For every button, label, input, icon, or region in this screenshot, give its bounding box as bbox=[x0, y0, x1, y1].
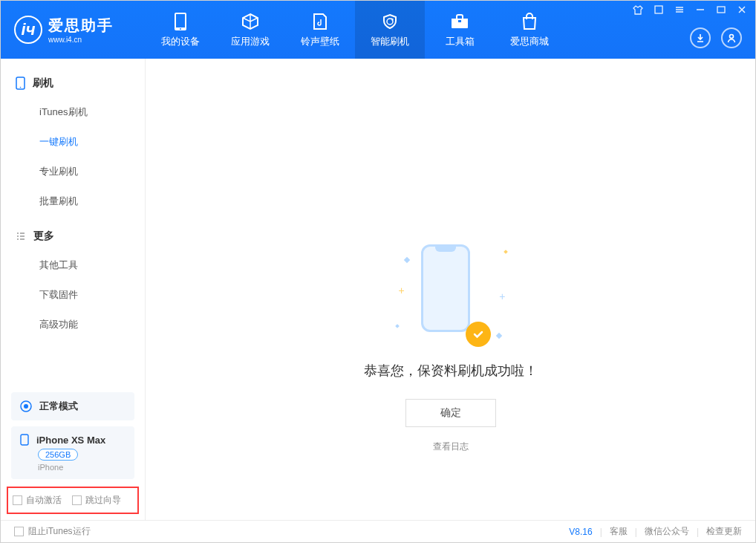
close-icon[interactable] bbox=[736, 4, 748, 16]
check-skip-wizard[interactable]: 跳过向导 bbox=[72, 494, 121, 507]
app-url: www.i4.cn bbox=[48, 36, 114, 44]
tab-ringtone[interactable]: 铃声壁纸 bbox=[285, 1, 355, 59]
app-header: iч 爱思助手 www.i4.cn 我的设备 应用游戏 铃声壁纸 bbox=[1, 1, 755, 59]
tab-apps[interactable]: 应用游戏 bbox=[215, 1, 285, 59]
sidebar-item-itunes[interactable]: iTunes刷机 bbox=[1, 97, 145, 127]
cube-icon bbox=[241, 12, 260, 31]
window-controls bbox=[632, 4, 748, 16]
sidebar-group-flash: 刷机 iTunes刷机 一键刷机 专业刷机 批量刷机 bbox=[1, 69, 145, 216]
block-itunes-label[interactable]: 阻止iTunes运行 bbox=[28, 525, 91, 538]
sparkle-icon bbox=[495, 333, 501, 339]
sparkle-icon bbox=[395, 324, 400, 328]
phone-body-icon bbox=[421, 244, 470, 332]
nav-tabs: 我的设备 应用游戏 铃声壁纸 智能刷机 工具箱 bbox=[146, 1, 564, 59]
phone-icon bbox=[171, 12, 190, 31]
tab-label: 应用游戏 bbox=[231, 35, 270, 48]
download-icon[interactable] bbox=[690, 27, 711, 48]
svg-rect-1 bbox=[176, 14, 185, 27]
sidebar: 刷机 iTunes刷机 一键刷机 专业刷机 批量刷机 更多 其他工具 下载固件 … bbox=[1, 59, 146, 520]
checkbox-icon[interactable] bbox=[14, 527, 24, 536]
separator: | bbox=[600, 527, 602, 537]
shopping-bag-icon bbox=[520, 12, 539, 31]
svg-rect-7 bbox=[717, 7, 725, 13]
view-log-link[interactable]: 查看日志 bbox=[433, 440, 469, 453]
sidebar-item-batch[interactable]: 批量刷机 bbox=[1, 186, 145, 216]
checkbox-icon bbox=[72, 495, 82, 505]
app-logo-icon: iч bbox=[14, 16, 42, 44]
svg-rect-5 bbox=[458, 20, 461, 22]
footer-left: 阻止iTunes运行 bbox=[14, 525, 91, 538]
tab-label: 智能刷机 bbox=[371, 35, 409, 48]
support-link[interactable]: 客服 bbox=[610, 525, 628, 538]
bottom-checkbox-area: 自动激活 跳过向导 bbox=[7, 487, 139, 514]
body-area: 刷机 iTunes刷机 一键刷机 专业刷机 批量刷机 更多 其他工具 下载固件 … bbox=[1, 59, 755, 520]
wechat-link[interactable]: 微信公众号 bbox=[645, 525, 689, 538]
phone-outline-icon bbox=[16, 77, 25, 90]
logo-area: iч 爱思助手 www.i4.cn bbox=[1, 1, 146, 59]
device-name: iPhone XS Max bbox=[36, 435, 105, 446]
sidebar-item-firmware[interactable]: 下载固件 bbox=[1, 280, 145, 310]
checkbox-icon bbox=[13, 495, 22, 505]
music-file-icon bbox=[310, 12, 330, 31]
tab-label: 爱思商城 bbox=[510, 35, 549, 48]
separator: | bbox=[635, 527, 637, 537]
maximize-icon[interactable] bbox=[715, 4, 727, 16]
tab-toolbox[interactable]: 工具箱 bbox=[425, 1, 495, 59]
sidebar-scroll: 刷机 iTunes刷机 一键刷机 专业刷机 批量刷机 更多 其他工具 下载固件 … bbox=[1, 59, 145, 392]
minimize-icon[interactable] bbox=[694, 4, 706, 16]
version-label: V8.16 bbox=[569, 527, 592, 537]
footer: 阻止iTunes运行 V8.16 | 客服 | 微信公众号 | 检查更新 bbox=[1, 520, 755, 542]
tab-smart-flash[interactable]: 智能刷机 bbox=[355, 1, 425, 59]
group-label: 更多 bbox=[33, 230, 54, 243]
sparkle-icon bbox=[504, 250, 508, 254]
app-name: 爱思助手 bbox=[48, 16, 114, 36]
tab-label: 我的设备 bbox=[161, 35, 200, 48]
update-link[interactable]: 检查更新 bbox=[706, 525, 742, 538]
sidebar-group-more: 更多 其他工具 下载固件 高级功能 bbox=[1, 222, 145, 339]
sidebar-group-header-flash[interactable]: 刷机 bbox=[1, 69, 145, 97]
list-icon bbox=[16, 231, 26, 241]
plus-icon: + bbox=[499, 290, 505, 302]
menu-icon[interactable] bbox=[674, 4, 685, 16]
refresh-shield-icon bbox=[380, 12, 400, 31]
sidebar-item-other[interactable]: 其他工具 bbox=[1, 250, 145, 280]
success-title: 恭喜您，保资料刷机成功啦！ bbox=[364, 362, 538, 380]
svg-point-8 bbox=[730, 35, 734, 39]
footer-right: V8.16 | 客服 | 微信公众号 | 检查更新 bbox=[569, 525, 742, 538]
success-area: + + 恭喜您，保资料刷机成功啦！ 确定 查看日志 bbox=[364, 244, 538, 453]
check-auto-activate[interactable]: 自动激活 bbox=[13, 494, 62, 507]
group-label: 刷机 bbox=[33, 77, 53, 90]
sidebar-group-header-more[interactable]: 更多 bbox=[1, 222, 145, 250]
mode-label: 正常模式 bbox=[39, 400, 78, 413]
checkbox-label: 跳过向导 bbox=[85, 494, 121, 507]
svg-rect-13 bbox=[21, 435, 28, 445]
header-right-icons bbox=[690, 27, 742, 48]
checkbox-label: 自动激活 bbox=[26, 494, 62, 507]
tab-label: 铃声壁纸 bbox=[301, 35, 339, 48]
device-info-box[interactable]: iPhone XS Max 256GB iPhone bbox=[11, 426, 134, 479]
sidebar-item-pro[interactable]: 专业刷机 bbox=[1, 157, 145, 186]
logo-text: 爱思助手 www.i4.cn bbox=[48, 16, 114, 44]
window-icon[interactable] bbox=[653, 4, 665, 16]
sidebar-item-oneclick[interactable]: 一键刷机 bbox=[1, 127, 145, 157]
tab-store[interactable]: 爱思商城 bbox=[495, 1, 564, 59]
phone-notch bbox=[435, 244, 456, 252]
separator: | bbox=[697, 527, 699, 537]
success-check-icon bbox=[466, 322, 491, 347]
svg-point-2 bbox=[180, 28, 181, 30]
confirm-button[interactable]: 确定 bbox=[405, 399, 496, 427]
device-mode-box[interactable]: 正常模式 bbox=[11, 392, 134, 420]
user-icon[interactable] bbox=[721, 27, 742, 48]
storage-badge: 256GB bbox=[38, 449, 78, 461]
device-name-row: iPhone XS Max bbox=[20, 434, 126, 446]
tab-label: 工具箱 bbox=[446, 35, 475, 48]
status-dot-icon bbox=[20, 400, 32, 412]
device-type: iPhone bbox=[38, 463, 126, 472]
device-status-area: 正常模式 iPhone XS Max 256GB iPhone bbox=[1, 392, 145, 479]
shirt-icon[interactable] bbox=[632, 4, 644, 16]
svg-rect-6 bbox=[655, 6, 662, 13]
phone-small-icon bbox=[20, 434, 29, 446]
sidebar-item-advanced[interactable]: 高级功能 bbox=[1, 310, 145, 339]
tab-my-device[interactable]: 我的设备 bbox=[146, 1, 215, 59]
content-area: + + 恭喜您，保资料刷机成功啦！ 确定 查看日志 bbox=[146, 59, 755, 520]
